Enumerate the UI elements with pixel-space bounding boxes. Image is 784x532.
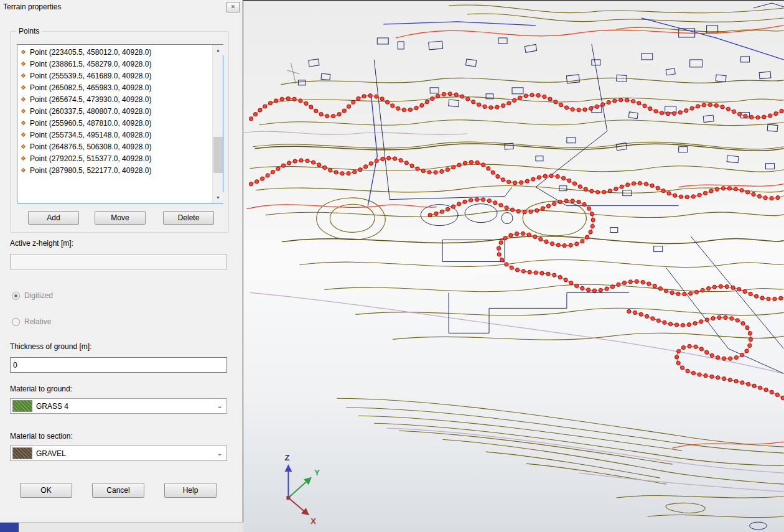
y-axis-icon [288,478,310,498]
point-label: Point (260337.5, 480807.0, 40928.0) [30,107,152,116]
dock-tab[interactable] [0,523,19,532]
list-item[interactable]: Point (255734.5, 495148.0, 40928.0) [17,129,212,141]
point-bullet-icon [21,156,26,161]
point-bullet-icon [21,73,26,78]
radio-relative-control[interactable] [12,318,20,326]
list-item[interactable]: Point (255539.5, 461689.0, 40928.0) [17,70,212,82]
point-bullet-icon [21,133,26,137]
cancel-button[interactable]: Cancel [92,483,144,498]
y-axis-label: Y [314,468,320,477]
chevron-down-icon[interactable]: ⌄ [213,449,226,457]
scroll-down-icon[interactable]: ▼ [213,192,223,203]
point-bullet-icon [21,121,26,125]
help-button[interactable]: Help [164,483,217,498]
map-viewport[interactable]: Z Y X [243,0,784,532]
point-label: Point (287980.5, 522177.0, 40928.0) [30,166,152,175]
point-label: Point (223405.5, 458012.0, 40928.0) [30,48,152,57]
points-group-label: Points [16,27,42,35]
z-axis-label: Z [284,453,289,462]
material-ground-value: GRASS 4 [36,402,68,411]
terrain-points[interactable] [249,92,784,400]
terrain-properties-dialog: Terrain properties ✕ Points Point (22340… [0,0,243,532]
list-item[interactable]: Point (279202.5, 515377.0, 40928.0) [17,152,212,164]
point-bullet-icon [21,85,26,90]
scroll-up-icon[interactable]: ▲ [213,45,223,55]
list-item[interactable]: Point (265674.5, 473930.0, 40928.0) [17,93,212,105]
thickness-label: Thickness of ground [m]: [10,342,91,351]
list-item[interactable]: Point (255960.5, 487810.0, 40928.0) [17,117,212,129]
chevron-down-icon[interactable]: ⌄ [213,402,226,410]
point-bullet-icon [21,168,26,172]
points-list-scrollbar[interactable]: ▲ ▼ [212,45,223,203]
point-label: Point (265674.5, 473930.0, 40928.0) [30,95,152,104]
active-z-height-label: Active z-height [m]: [10,239,73,248]
add-button[interactable]: Add [28,211,79,225]
point-bullet-icon [21,62,26,66]
points-groupbox: Points Point (223405.5, 458012.0, 40928.… [10,31,229,233]
point-bullet-icon [21,97,26,101]
dialog-title-bar[interactable]: Terrain properties ✕ [0,0,243,14]
active-z-height-field[interactable] [10,254,227,269]
close-icon: ✕ [231,4,236,10]
material-ground-label: Material to ground: [10,385,72,393]
point-label: Point (238861.5, 458279.0, 40928.0) [30,60,152,68]
point-bullet-icon [21,109,26,113]
x-axis-icon [288,498,308,515]
list-item[interactable]: Point (265082.5, 465983.0, 40928.0) [17,82,212,93]
material-section-label: Material to section: [10,432,73,441]
material-section-combobox[interactable]: GRAVEL ⌄ [10,446,227,461]
point-label: Point (255734.5, 495148.0, 40928.0) [30,131,152,139]
material-section-value: GRAVEL [36,449,66,458]
survey-marks [287,63,299,84]
list-item[interactable]: Point (260337.5, 480807.0, 40928.0) [17,105,212,117]
list-item[interactable]: Point (238861.5, 458279.0, 40928.0) [17,58,212,70]
material-ground-combobox[interactable]: GRASS 4 ⌄ [10,398,227,414]
list-item[interactable]: Point (287980.5, 522177.0, 40928.0) [17,164,212,176]
x-axis-label: X [310,516,316,526]
points-list-rows: Point (223405.5, 458012.0, 40928.0) Poin… [17,46,212,203]
point-label: Point (255539.5, 461689.0, 40928.0) [30,72,152,80]
digitized-point-strings[interactable] [251,94,783,398]
ok-button[interactable]: OK [20,483,72,498]
contour-lines [250,5,783,518]
gravel-texture-icon [12,447,32,459]
application-window: Terrain properties ✕ Points Point (22340… [0,0,784,532]
radio-digitized-control[interactable] [12,292,20,300]
dialog-title: Terrain properties [3,2,61,11]
point-bullet-icon [21,50,26,54]
point-label: Point (265082.5, 465983.0, 40928.0) [30,83,152,92]
point-label: Point (264876.5, 506308.0, 40928.0) [30,142,152,151]
radio-digitized-label: Digitized [24,291,53,300]
move-button[interactable]: Move [95,211,146,225]
building-footprints [298,26,778,252]
point-label: Point (279202.5, 515377.0, 40928.0) [30,154,152,163]
terrain-map-canvas[interactable]: Z Y X [243,1,784,532]
points-list[interactable]: Point (223405.5, 458012.0, 40928.0) Poin… [17,44,223,203]
dock-strip [0,522,243,532]
list-item[interactable]: Point (223405.5, 458012.0, 40928.0) [17,46,212,58]
scrollbar-thumb[interactable] [213,137,223,173]
thickness-field[interactable] [10,357,227,373]
blue-lines [368,18,783,206]
radio-relative-label: Relative [24,317,51,326]
radio-relative[interactable]: Relative [12,317,51,326]
list-item[interactable]: Point (264876.5, 506308.0, 40928.0) [17,141,212,152]
point-label: Point (255960.5, 487810.0, 40928.0) [30,119,152,128]
red-lines [247,26,784,448]
grass-texture-icon [12,400,32,412]
delete-button[interactable]: Delete [163,211,214,225]
axis-triad-icon: Z Y X [284,453,320,526]
close-button[interactable]: ✕ [226,2,240,12]
radio-digitized[interactable]: Digitized [12,291,53,300]
axis-origin-icon [286,496,290,500]
point-bullet-icon [21,144,26,149]
